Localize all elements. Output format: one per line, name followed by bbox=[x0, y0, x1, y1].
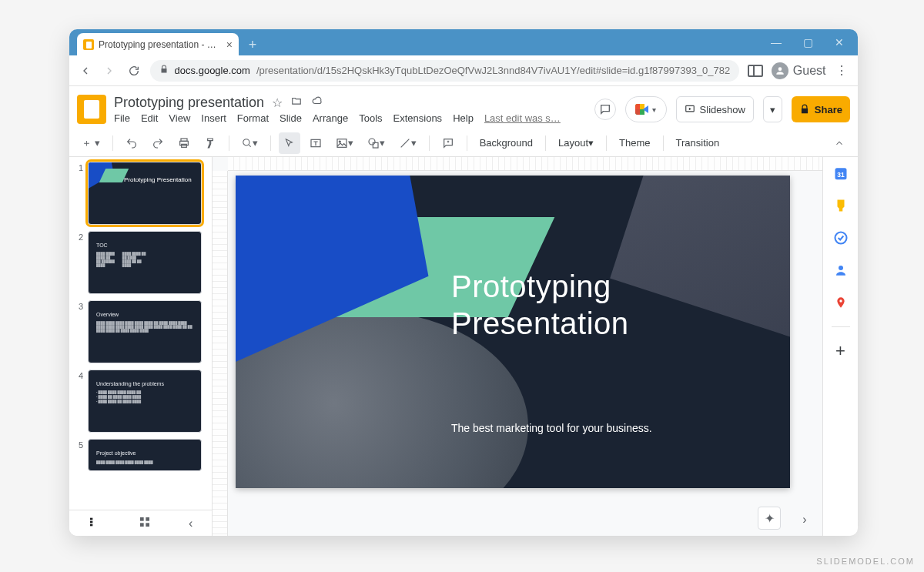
menu-edit[interactable]: Edit bbox=[141, 112, 158, 124]
browser-window: Prototyping presentation - Goog × + — ▢ … bbox=[69, 29, 858, 536]
cloud-status-icon[interactable] bbox=[310, 95, 324, 110]
star-icon[interactable]: ☆ bbox=[272, 95, 283, 110]
add-addon-icon[interactable]: + bbox=[832, 343, 849, 360]
tasks-icon[interactable] bbox=[832, 229, 849, 246]
minimize-icon[interactable]: — bbox=[771, 36, 782, 49]
menu-slide[interactable]: Slide bbox=[280, 112, 302, 124]
panel-icon[interactable] bbox=[747, 62, 764, 79]
address-bar[interactable]: docs.google.com/presentation/d/15s2HQskH… bbox=[150, 60, 740, 82]
slide-thumb-1[interactable]: 1 Prototyping Presentation bbox=[74, 162, 207, 225]
menubar: File Edit View Insert Format Slide Arran… bbox=[114, 112, 561, 124]
last-edit[interactable]: Last edit was s… bbox=[484, 112, 561, 124]
line-tool[interactable]: ▾ bbox=[394, 132, 421, 154]
avatar-icon bbox=[772, 62, 788, 79]
svg-rect-11 bbox=[90, 520, 92, 523]
paint-format-button[interactable] bbox=[199, 132, 221, 154]
background-button[interactable]: Background bbox=[475, 132, 537, 154]
browser-tab[interactable]: Prototyping presentation - Goog × bbox=[77, 33, 239, 56]
menu-file[interactable]: File bbox=[114, 112, 130, 124]
calendar-icon[interactable]: 31 bbox=[832, 165, 849, 182]
svg-point-21 bbox=[839, 299, 842, 302]
window-controls: — ▢ ✕ bbox=[771, 36, 858, 49]
comments-icon[interactable] bbox=[594, 99, 616, 120]
explore-button[interactable]: ✦ bbox=[758, 507, 781, 530]
print-button[interactable] bbox=[173, 132, 195, 154]
svg-point-20 bbox=[839, 266, 843, 270]
slide-thumb-4[interactable]: 4 Understanding the problems• ████ ████ … bbox=[74, 370, 207, 433]
grid-view-icon[interactable] bbox=[139, 516, 151, 531]
comment-tool[interactable] bbox=[437, 132, 459, 154]
svg-rect-6 bbox=[337, 139, 346, 147]
layout-button[interactable]: Layout ▾ bbox=[554, 132, 598, 154]
textbox-tool[interactable] bbox=[305, 132, 326, 154]
titlebar: Prototyping presentation - Goog × + — ▢ … bbox=[69, 29, 858, 55]
svg-point-7 bbox=[339, 141, 340, 142]
url-host: docs.google.com bbox=[175, 65, 250, 76]
svg-rect-15 bbox=[140, 523, 144, 527]
slide-thumb-2[interactable]: 2 TOC████ ████████ ████ ██████████████ █… bbox=[74, 231, 207, 294]
contacts-icon[interactable] bbox=[832, 262, 849, 279]
horizontal-ruler bbox=[228, 157, 822, 171]
undo-button[interactable] bbox=[121, 132, 142, 154]
slides-favicon-icon bbox=[83, 39, 94, 50]
svg-rect-3 bbox=[181, 144, 186, 147]
svg-rect-10 bbox=[90, 517, 92, 520]
svg-point-4 bbox=[243, 139, 249, 145]
zoom-button[interactable]: ▾ bbox=[237, 132, 263, 154]
slideshow-button[interactable]: Slideshow bbox=[676, 96, 754, 122]
new-slide-button[interactable]: ＋ ▾ bbox=[77, 132, 105, 154]
maximize-icon[interactable]: ▢ bbox=[803, 36, 813, 49]
menu-tools[interactable]: Tools bbox=[359, 112, 382, 124]
app-header: Prototyping presentation ☆ File Edit Vie… bbox=[69, 86, 858, 129]
theme-button[interactable]: Theme bbox=[614, 132, 654, 154]
film-view-icon[interactable] bbox=[89, 516, 101, 531]
doc-title[interactable]: Prototyping presentation bbox=[114, 95, 264, 111]
menu-view[interactable]: View bbox=[169, 112, 190, 124]
kebab-menu-icon[interactable]: ⋮ bbox=[833, 62, 850, 79]
close-window-icon[interactable]: ✕ bbox=[835, 36, 844, 49]
shape-tool[interactable]: ▾ bbox=[363, 132, 390, 154]
workspace: 1 Prototyping Presentation 2 TOC████ ███… bbox=[69, 157, 858, 536]
new-tab-button[interactable]: + bbox=[243, 35, 262, 54]
expand-side-panel-icon[interactable]: › bbox=[795, 510, 815, 530]
slide-subtitle[interactable]: The best marketing tool for your busines… bbox=[451, 422, 652, 434]
url-path: /presentation/d/15s2HQskHk3yTqubLtDezOeQ… bbox=[256, 65, 730, 76]
svg-rect-13 bbox=[140, 517, 144, 521]
menu-arrange[interactable]: Arrange bbox=[313, 112, 348, 124]
guest-profile[interactable]: Guest bbox=[772, 62, 826, 79]
menu-insert[interactable]: Insert bbox=[201, 112, 226, 124]
collapse-toolbar-button[interactable] bbox=[829, 132, 850, 154]
reload-button[interactable] bbox=[126, 62, 142, 79]
back-button[interactable] bbox=[77, 62, 94, 79]
slideshow-dropdown[interactable]: ▾ bbox=[763, 96, 782, 122]
redo-button[interactable] bbox=[147, 132, 169, 154]
transition-button[interactable]: Transition bbox=[671, 132, 725, 154]
slide-title[interactable]: Prototyping Presentation bbox=[451, 268, 629, 342]
maps-icon[interactable] bbox=[832, 294, 849, 311]
tab-close-icon[interactable]: × bbox=[226, 38, 233, 51]
watermark: SLIDEMODEL.COM bbox=[816, 557, 915, 566]
svg-point-8 bbox=[369, 139, 375, 145]
tab-strip: Prototyping presentation - Goog × + bbox=[77, 33, 262, 56]
collapse-filmstrip-icon[interactable]: ‹ bbox=[189, 517, 192, 530]
slide-thumb-3[interactable]: 3 Overview████ ████ ████ ████ ████ ████ … bbox=[74, 300, 207, 363]
toolbar: ＋ ▾ ▾ ▾ ▾ ▾ Background Layout ▾ Theme Tr… bbox=[69, 129, 858, 157]
menu-help[interactable]: Help bbox=[453, 112, 474, 124]
svg-rect-16 bbox=[146, 523, 149, 527]
image-tool[interactable]: ▾ bbox=[331, 132, 358, 154]
move-folder-icon[interactable] bbox=[290, 95, 303, 110]
select-tool[interactable] bbox=[279, 132, 300, 154]
menu-extensions[interactable]: Extensions bbox=[393, 112, 443, 124]
share-button[interactable]: Share bbox=[792, 96, 850, 122]
canvas[interactable]: Prototyping Presentation The best market… bbox=[213, 157, 822, 536]
main-slide[interactable]: Prototyping Presentation The best market… bbox=[236, 176, 790, 488]
vertical-ruler bbox=[213, 171, 228, 536]
tab-title: Prototyping presentation - Goog bbox=[99, 39, 222, 50]
slide-bg-corner bbox=[610, 176, 790, 340]
meet-button[interactable]: ▾ bbox=[625, 96, 667, 122]
slide-thumb-5[interactable]: 5 Project objective████ ████ ████ ████ █… bbox=[74, 439, 207, 471]
forward-button[interactable] bbox=[102, 62, 119, 79]
slides-logo-icon[interactable] bbox=[77, 95, 106, 124]
menu-format[interactable]: Format bbox=[237, 112, 269, 124]
keep-icon[interactable] bbox=[832, 197, 849, 214]
